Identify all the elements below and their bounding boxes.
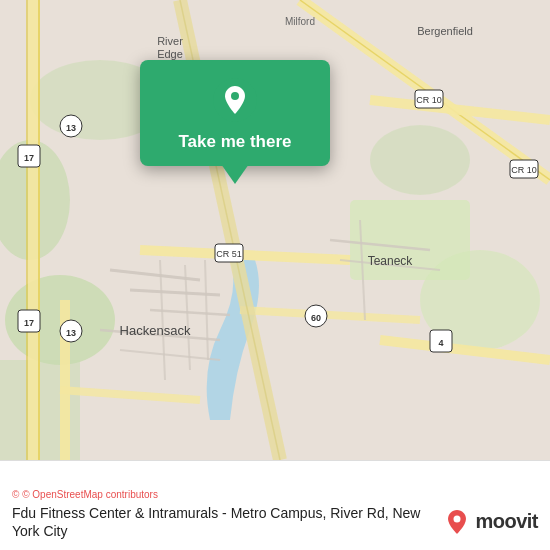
moovit-logo: moovit (443, 508, 538, 536)
svg-text:13: 13 (66, 328, 76, 338)
svg-text:CR 10: CR 10 (416, 95, 442, 105)
map-container: 17 17 13 13 CR 10 CR 10 CR 51 4 60 River… (0, 0, 550, 460)
svg-text:17: 17 (24, 318, 34, 328)
moovit-pin-icon (443, 508, 471, 536)
popup-card: Take me there (140, 60, 330, 166)
svg-text:13: 13 (66, 123, 76, 133)
svg-point-50 (454, 515, 461, 522)
svg-text:Milford: Milford (285, 16, 315, 27)
place-name: Fdu Fitness Center & Intramurals - Metro… (12, 504, 433, 540)
openstreetmap-link[interactable]: © OpenStreetMap contributors (22, 489, 158, 500)
bottom-bar: © © OpenStreetMap contributors Fdu Fitne… (0, 460, 550, 550)
place-info-row: Fdu Fitness Center & Intramurals - Metro… (12, 504, 538, 540)
svg-text:Edge: Edge (157, 48, 183, 60)
svg-text:4: 4 (438, 338, 443, 348)
svg-text:Bergenfield: Bergenfield (417, 25, 473, 37)
moovit-brand-label: moovit (475, 510, 538, 533)
svg-point-49 (231, 92, 239, 100)
svg-text:River: River (157, 35, 183, 47)
svg-text:CR 10: CR 10 (511, 165, 537, 175)
svg-text:60: 60 (311, 313, 321, 323)
attribution: © © OpenStreetMap contributors (12, 489, 538, 500)
svg-text:17: 17 (24, 153, 34, 163)
svg-text:Teaneck: Teaneck (368, 254, 414, 268)
svg-text:Hackensack: Hackensack (120, 323, 191, 338)
svg-rect-9 (26, 0, 28, 460)
location-pin-icon (213, 78, 257, 122)
copyright-symbol: © (12, 489, 19, 500)
svg-text:CR 51: CR 51 (216, 249, 242, 259)
svg-point-5 (370, 125, 470, 195)
svg-rect-10 (38, 0, 40, 460)
take-me-there-button[interactable]: Take me there (178, 132, 291, 152)
